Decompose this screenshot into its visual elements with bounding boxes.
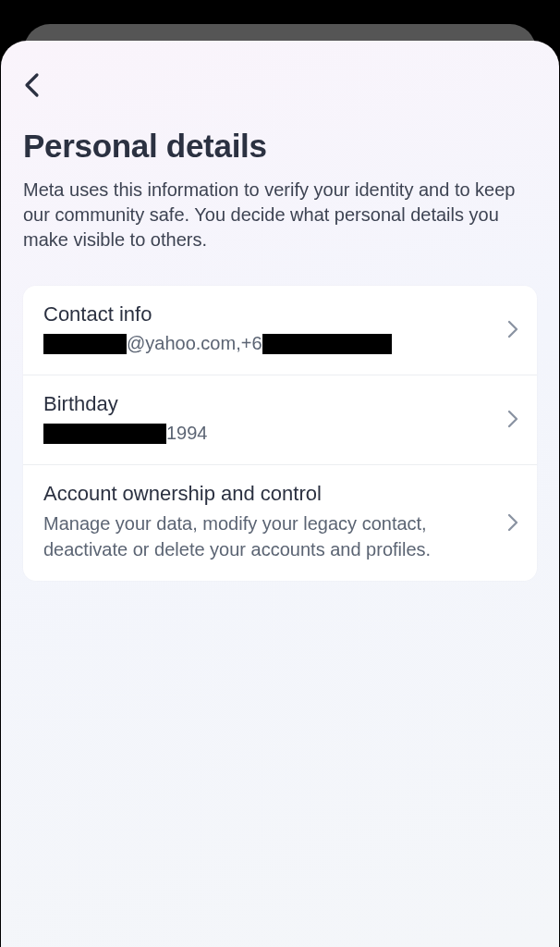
list-item-content: Contact info @yahoo.com, +6 <box>43 302 494 356</box>
birthday-title: Birthday <box>43 392 494 416</box>
redacted-birthdate <box>43 424 166 444</box>
birthday-year-text: 1994 <box>166 421 208 446</box>
account-ownership-item[interactable]: Account ownership and control Manage you… <box>23 464 537 581</box>
chevron-left-icon <box>23 72 42 98</box>
contact-info-title: Contact info <box>43 302 494 326</box>
list-item-content: Account ownership and control Manage you… <box>43 482 494 562</box>
page-title: Personal details <box>23 128 537 165</box>
back-button[interactable] <box>23 67 60 104</box>
settings-card: Contact info @yahoo.com, +6 Birthday 199… <box>23 286 537 581</box>
chevron-right-icon <box>507 320 518 338</box>
chevron-right-icon <box>507 513 518 532</box>
account-ownership-title: Account ownership and control <box>43 482 494 506</box>
page-description: Meta uses this information to verify you… <box>23 178 537 252</box>
phone-prefix-text: +6 <box>241 331 262 356</box>
email-domain-text: @yahoo.com, <box>127 331 241 356</box>
contact-info-value: @yahoo.com, +6 <box>43 331 494 356</box>
birthday-value: 1994 <box>43 421 494 446</box>
account-ownership-description: Manage your data, modify your legacy con… <box>43 510 494 562</box>
contact-info-item[interactable]: Contact info @yahoo.com, +6 <box>23 286 537 375</box>
list-item-content: Birthday 1994 <box>43 392 494 446</box>
redacted-phone <box>262 334 392 354</box>
redacted-email-local <box>43 334 127 354</box>
settings-sheet: Personal details Meta uses this informat… <box>1 41 559 947</box>
chevron-right-icon <box>507 410 518 428</box>
birthday-item[interactable]: Birthday 1994 <box>23 375 537 464</box>
